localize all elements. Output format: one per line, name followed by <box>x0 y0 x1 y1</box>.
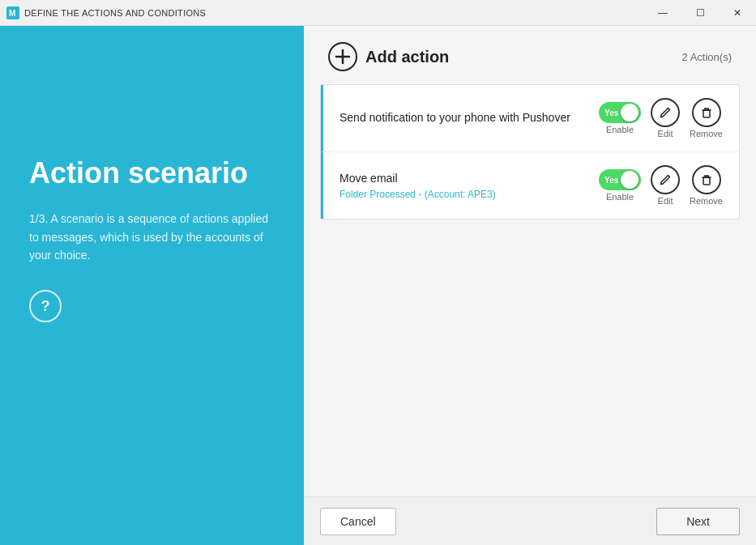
panel-description: 1/3. A scenario is a sequence of actions… <box>29 210 275 264</box>
action-2-edit-button[interactable] <box>651 165 680 194</box>
action-1-remove-button[interactable] <box>692 98 721 127</box>
action-2-detail: Folder Processed - (Account: APE3) <box>340 189 599 200</box>
add-action-label: Add action <box>365 48 449 66</box>
actions-card: Send notification to your phone with Pus… <box>320 84 740 219</box>
help-icon: ? <box>41 298 50 315</box>
titlebar-title: DEFINE THE ACTIONS AND CONDITIONS <box>24 8 206 18</box>
app-icon: M <box>6 6 19 19</box>
action-2-toggle[interactable]: Yes <box>599 169 641 190</box>
action-1-info: Send notification to your phone with Pus… <box>340 110 599 126</box>
toggle-2-caption: Enable <box>606 192 634 202</box>
toggle-2-label: Yes <box>604 176 618 185</box>
svg-rect-5 <box>703 110 710 117</box>
left-panel: Action scenario 1/3. A scenario is a seq… <box>0 26 304 545</box>
right-panel: Add action 2 Action(s) Send notification… <box>304 26 756 545</box>
action-2-controls: Yes Enable Edit <box>599 165 723 206</box>
actions-area: Send notification to your phone with Pus… <box>304 84 756 496</box>
action-1-edit-wrapper: Edit <box>651 98 680 138</box>
action-2-name: Move email <box>340 171 599 187</box>
action-2-enable-wrapper: Yes Enable <box>599 169 641 202</box>
toggle-2-knob <box>621 171 639 189</box>
titlebar-left: M DEFINE THE ACTIONS AND CONDITIONS <box>6 6 206 19</box>
svg-text:M: M <box>9 9 15 18</box>
trash-icon <box>700 173 713 186</box>
cancel-button[interactable]: Cancel <box>320 508 396 535</box>
action-row: Move email Folder Processed - (Account: … <box>321 151 739 219</box>
titlebar-controls: — ☐ ✕ <box>644 0 756 26</box>
action-1-edit-button[interactable] <box>651 98 680 127</box>
toggle-1-label: Yes <box>604 109 618 117</box>
edit-2-caption: Edit <box>658 196 673 206</box>
action-count: 2 Action(s) <box>682 51 732 63</box>
action-1-enable-wrapper: Yes Enable <box>599 102 641 134</box>
minimize-button[interactable]: — <box>644 0 681 26</box>
toggle-1-caption: Enable <box>606 125 634 134</box>
help-button[interactable]: ? <box>29 290 62 322</box>
action-2-edit-wrapper: Edit <box>651 165 680 206</box>
toggle-1-knob <box>621 104 639 121</box>
action-1-name: Send notification to your phone with Pus… <box>340 110 599 126</box>
action-1-toggle[interactable]: Yes <box>599 102 641 123</box>
panel-heading: Action scenario <box>29 155 275 190</box>
edit-1-caption: Edit <box>658 129 673 138</box>
remove-1-caption: Remove <box>690 129 723 138</box>
action-row: Send notification to your phone with Pus… <box>321 85 739 151</box>
action-2-remove-button[interactable] <box>692 165 721 194</box>
next-button[interactable]: Next <box>656 508 740 535</box>
maximize-button[interactable]: ☐ <box>681 0 719 26</box>
add-action-button[interactable]: Add action <box>328 42 449 71</box>
action-1-controls: Yes Enable Edit <box>599 98 723 138</box>
edit-icon <box>659 106 672 119</box>
edit-icon <box>659 173 672 186</box>
remove-2-caption: Remove <box>690 196 723 206</box>
main-content: Action scenario 1/3. A scenario is a seq… <box>0 26 756 545</box>
titlebar: M DEFINE THE ACTIONS AND CONDITIONS — ☐ … <box>0 0 756 26</box>
action-2-info: Move email Folder Processed - (Account: … <box>340 171 599 200</box>
add-action-icon <box>328 42 357 71</box>
svg-rect-10 <box>703 177 710 185</box>
trash-icon <box>700 106 713 119</box>
bottom-bar: Cancel Next <box>304 496 756 545</box>
right-header: Add action 2 Action(s) <box>304 26 756 84</box>
close-button[interactable]: ✕ <box>719 0 756 26</box>
action-2-remove-wrapper: Remove <box>690 165 723 206</box>
action-1-remove-wrapper: Remove <box>690 98 723 138</box>
